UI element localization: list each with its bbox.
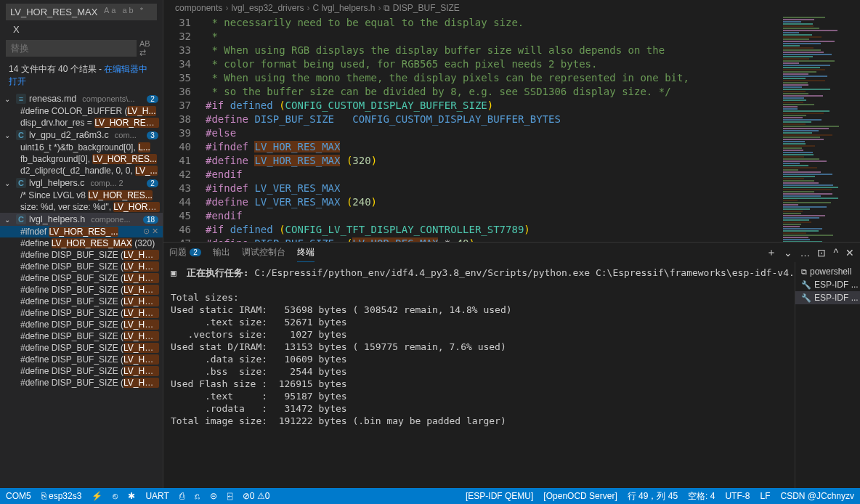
panel-tab[interactable]: 输出 [213, 243, 230, 261]
search-results[interactable]: ⌄≡renesas.mdcomponents\...2#define COLOR… [0, 92, 163, 488]
panel-tab[interactable]: 问题 2 [169, 243, 201, 261]
status-item[interactable]: ⊘0 ⚠0 [243, 491, 270, 501]
replace-options-icons[interactable]: AB ⇄ [139, 39, 157, 57]
search-query-wrap: X [13, 24, 20, 35]
match-row[interactable]: #define DISP_BUF_SIZE (LV_HO... [0, 365, 163, 377]
chevron-down-icon: ⌄ [4, 216, 13, 224]
breadcrumb-item[interactable]: ⧉ DISP_BUF_SIZE [384, 3, 459, 13]
status-item[interactable]: CSDN @JCchnyzv [780, 491, 854, 501]
match-count-badge: 2 [147, 179, 158, 187]
panel-tab[interactable]: 终端 [297, 243, 315, 262]
line-gutter: 3132333435363738394041424344454647 [163, 16, 198, 242]
chevron-down-icon: ⌄ [4, 95, 13, 103]
status-item[interactable]: ⚡ [92, 491, 102, 501]
result-count: 14 文件中有 40 个结果 - 在编辑器中打开 [0, 59, 163, 92]
panel-action-icon[interactable]: ⌄ [784, 247, 792, 259]
task-icon: ▣ [171, 267, 177, 278]
status-item[interactable]: UART [145, 491, 169, 501]
breadcrumb[interactable]: components›lvgl_esp32_drivers›C lvgl_hel… [163, 0, 860, 16]
status-item[interactable]: ✱ [128, 491, 135, 501]
editor[interactable]: 3132333435363738394041424344454647 * nec… [163, 16, 860, 242]
breadcrumb-item[interactable]: components [175, 3, 222, 13]
status-item[interactable]: [OpenOCD Server] [543, 491, 617, 501]
panel-tabs: 问题 2输出调试控制台终端＋⌄…⊡^✕ [163, 242, 860, 262]
panel-actions: ＋⌄…⊡^✕ [766, 246, 854, 259]
panel-action-icon[interactable]: ^ [833, 247, 838, 259]
status-item[interactable]: ⎌ [195, 491, 200, 501]
match-row[interactable]: #define COLOR_BUFFER (LV_H... [0, 105, 163, 117]
close-icon[interactable]: ✕ [152, 227, 158, 236]
match-row[interactable]: #define DISP_BUF_SIZE (LV_HO... [0, 249, 163, 261]
pin-icon[interactable]: ⊙ [143, 227, 150, 236]
match-row[interactable]: #define DISP_BUF_SIZE (LV_HO... [0, 261, 163, 272]
match-row[interactable]: #define DISP_BUF_SIZE (LV_HO... [0, 354, 163, 365]
panel-action-icon[interactable]: ✕ [845, 247, 854, 259]
match-row[interactable]: disp_drv.hor_res = LV_HOR_RES... [0, 117, 163, 129]
terminal-icon: 🔧 [801, 293, 811, 303]
match-row[interactable]: fb_background[0], LV_HOR_RES... [0, 153, 163, 165]
panel-action-icon[interactable]: … [800, 247, 810, 259]
status-item[interactable]: LF [760, 491, 770, 501]
match-row[interactable]: d2_cliprect(_d2_handle, 0, 0, LV_... [0, 165, 163, 176]
status-item[interactable]: 行 49，列 45 [628, 490, 678, 503]
match-count-badge: 2 [147, 95, 158, 103]
code-area[interactable]: * necessarily need to be equal to the di… [206, 16, 780, 242]
match-row[interactable]: size: %d, ver size: %d", LV_HOR_... [0, 201, 163, 213]
match-row[interactable]: #define DISP_BUF_SIZE (LV_HO... [0, 272, 163, 284]
file-row[interactable]: ⌄≡renesas.mdcomponents\...2 [0, 92, 163, 105]
panel-action-icon[interactable]: ⊡ [817, 247, 826, 259]
file-icon: ≡ [16, 94, 26, 104]
match-row[interactable]: #define DISP_BUF_SIZE (LV_HO... [0, 319, 163, 330]
match-row[interactable]: uint16_t *)&fb_background[0], L... [0, 142, 163, 153]
file-icon: C [16, 178, 26, 188]
status-item[interactable]: [ESP-IDF QEMU] [466, 491, 533, 501]
chevron-down-icon: ⌄ [4, 131, 13, 139]
match-row[interactable]: #ifndef LV_HOR_RES_... ⊙ ✕ [0, 226, 163, 237]
terminal-icon: ⧉ [801, 267, 807, 277]
match-row[interactable]: #define LV_HOR_RES_MAX (320) [0, 237, 163, 249]
file-icon: C [16, 130, 26, 140]
match-row[interactable]: #define DISP_BUF_SIZE (LV_HO... [0, 284, 163, 296]
file-row[interactable]: ⌄Clvgl_helpers.ccomp... 22 [0, 176, 163, 190]
status-item[interactable]: ⎋ [113, 491, 118, 501]
match-row[interactable]: #define DISP_BUF_SIZE (LV_HO... [0, 342, 163, 354]
terminal-item[interactable]: 🔧ESP-IDF ... [795, 291, 860, 304]
status-item[interactable]: COM5 [6, 491, 31, 501]
match-row[interactable]: #define DISP_BUF_SIZE (LV_HO... [0, 296, 163, 307]
match-row[interactable]: #define DISP_BUF_SIZE (LV_HO... [0, 330, 163, 342]
search-options-icons[interactable]: Aa ab * [104, 6, 145, 15]
terminal-list: ⧉powershell🔧ESP-IDF ...🔧ESP-IDF ... [795, 262, 860, 488]
file-icon: C [16, 214, 26, 224]
breadcrumb-item[interactable]: C lvgl_helpers.h [312, 3, 375, 13]
match-row[interactable]: /* Since LVGL v8 LV_HOR_RES... [0, 190, 163, 201]
terminal[interactable]: ▣ 正在执行任务: C:/Espressif/python_env/idf4.4… [163, 262, 795, 488]
status-item[interactable]: UTF-8 [725, 491, 750, 501]
status-item[interactable]: 空格: 4 [688, 490, 715, 503]
status-item[interactable]: ⎘ esp32s3 [41, 491, 82, 501]
status-bar: COM5⎘ esp32s3⚡⎋✱UART⎙⎌⊝⍇⊘0 ⚠0[ESP-IDF QE… [0, 488, 860, 504]
breadcrumb-item[interactable]: lvgl_esp32_drivers [231, 3, 304, 13]
panel-action-icon[interactable]: ＋ [766, 246, 776, 259]
status-item[interactable]: ⎙ [179, 491, 184, 501]
terminal-item[interactable]: 🔧ESP-IDF ... [795, 278, 860, 291]
file-row[interactable]: ⌄Clvgl_helpers.hcompone...18 [0, 213, 163, 226]
status-item[interactable]: ⊝ [210, 491, 217, 501]
terminal-icon: 🔧 [801, 280, 811, 290]
replace-input[interactable] [6, 40, 137, 57]
minimap[interactable] [780, 16, 850, 242]
terminal-item[interactable]: ⧉powershell [795, 265, 860, 278]
panel-tab[interactable]: 调试控制台 [242, 243, 285, 261]
match-count-badge: 18 [143, 216, 158, 224]
chevron-down-icon: ⌄ [4, 179, 13, 187]
match-row[interactable]: #define DISP_BUF_SIZE (LV_HO... [0, 377, 163, 389]
match-row[interactable]: #define DISP_BUF_SIZE (LV_HO... [0, 307, 163, 319]
search-sidebar: Aa ab * X AB ⇄ 14 文件中有 40 个结果 - 在编辑器中打开 … [0, 0, 163, 488]
file-row[interactable]: ⌄Clv_gpu_d2_ra6m3.ccom...3 [0, 129, 163, 142]
match-count-badge: 3 [147, 131, 158, 139]
status-item[interactable]: ⍇ [227, 491, 232, 501]
